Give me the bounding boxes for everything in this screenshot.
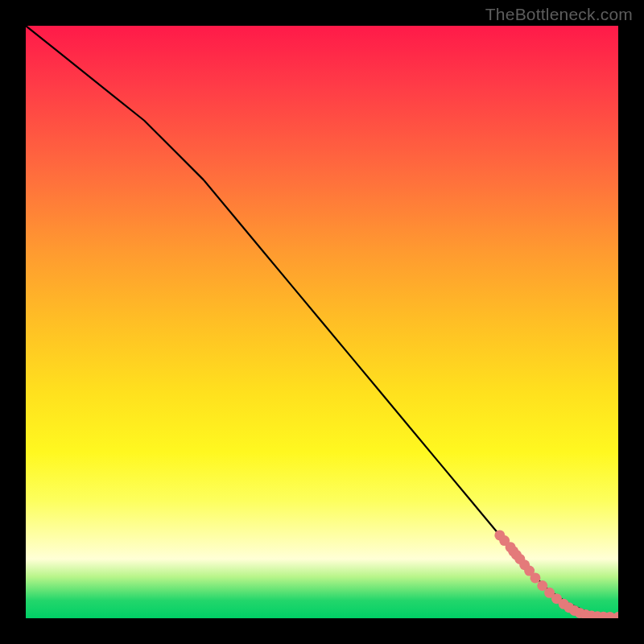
plot-area: [26, 26, 618, 618]
watermark-text: TheBottleneck.com: [485, 5, 633, 24]
data-point: [613, 612, 619, 618]
data-point: [530, 572, 540, 583]
chart-overlay: [26, 26, 618, 618]
chart-frame: TheBottleneck.com: [0, 0, 644, 644]
curve-line: [26, 26, 618, 617]
